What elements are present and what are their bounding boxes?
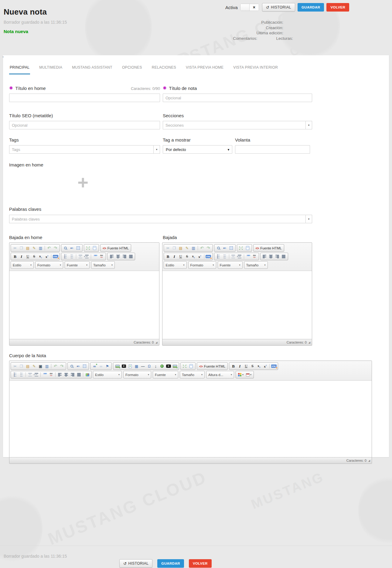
estilo-dropdown[interactable]: Estilo▾ [164,261,187,269]
page-plus-icon[interactable]: + [127,363,133,369]
cut-icon[interactable]: ✂ [12,245,18,251]
superscript-icon[interactable]: x2 [262,363,268,369]
underline-icon[interactable]: U [243,363,249,369]
globe-icon[interactable] [159,363,165,369]
tama-o-dropdown[interactable]: Tamaño▾ [244,261,268,269]
maximize-icon[interactable]: ↖↗↙↘ [182,363,188,369]
resize-handle-icon[interactable]: ◢ [308,341,310,344]
youtube-icon[interactable] [165,363,172,369]
align-justify-icon[interactable] [76,371,82,378]
text-color-icon[interactable]: ▾ [237,371,245,378]
outdent-icon[interactable] [27,371,33,378]
quote-icon[interactable]: ”” [42,371,48,378]
bg-color-icon[interactable]: ▾ [245,371,253,378]
list-bullet-icon[interactable]: •—•—•— [222,253,228,260]
source-button[interactable]: <>Fuente HTML [253,244,284,252]
volver-button[interactable]: VOLVER [326,3,349,12]
palabras-claves-input[interactable] [9,215,305,223]
outdent-icon[interactable] [230,253,237,260]
fuente-dropdown[interactable]: Fuente▾ [65,261,90,269]
copy-icon[interactable]: ❐ [171,245,178,251]
list-bullet-icon[interactable]: •—•—•— [18,371,25,378]
cleanup-icon[interactable]: HTML [271,363,277,369]
cut-icon[interactable]: ✂ [12,363,18,369]
tab-vista-previa-interior[interactable]: VISTA PREVIA INTERIOR [233,65,278,74]
tab-principal[interactable]: PRINCIPAL [9,65,30,74]
titulo-seo-input[interactable] [9,121,160,129]
secciones-dropdown-button[interactable]: ▾ [305,121,312,129]
align-left-icon[interactable] [261,253,268,260]
redo-icon[interactable]: ↷ [52,245,59,251]
paste-icon[interactable]: ▤ [25,245,31,251]
fuente-dropdown[interactable]: Fuente▾ [153,371,178,378]
italic-icon[interactable]: I [18,253,25,260]
editor-content-area[interactable] [9,271,159,339]
maps-icon[interactable] [84,371,90,378]
quote-icon[interactable]: ”” [245,253,251,260]
indent-icon[interactable] [84,253,90,260]
list-num-icon[interactable]: 1—2—3— [215,253,222,260]
align-right-icon[interactable] [121,253,128,260]
ai-assistant-icon[interactable]: ✺ [9,85,13,91]
show-blocks-icon[interactable] [91,245,98,251]
tab-vista-previa-home[interactable]: VISTA PREVIA HOME [185,65,224,74]
align-justify-icon[interactable] [281,253,287,260]
link-icon[interactable]: ∞+ [91,363,98,369]
image-plus-icon[interactable] [172,363,178,369]
resize-handle-icon[interactable]: ◢ [368,459,370,462]
maximize-icon[interactable]: ↖↗↙↘ [85,245,91,251]
strike-icon[interactable]: S [31,253,37,260]
replace-icon[interactable]: ab [222,245,228,251]
tab-mustang-assistant[interactable]: MUSTANG ASSISTANT [71,65,113,74]
redo-icon[interactable]: ↷ [59,363,65,369]
redo-icon[interactable]: ↷ [205,245,212,251]
resize-handle-icon[interactable]: ◢ [155,341,157,344]
page-break-icon[interactable]: ↨ [152,363,159,369]
omega-icon[interactable]: Ω [146,363,152,369]
copy-icon[interactable]: ❐ [18,245,25,251]
paste-text-icon[interactable]: ✎ [31,245,37,251]
titulo-de-nota-input[interactable] [163,94,312,102]
paste-text-icon[interactable]: ✎ [184,245,190,251]
add-image-icon[interactable]: + [77,169,88,196]
tags-input[interactable] [9,145,153,154]
quote-icon[interactable]: ”” [92,253,98,260]
align-left-icon[interactable] [56,371,63,378]
undo-icon[interactable]: ↶ [46,245,52,251]
paste-clip-icon[interactable]: ▣ [37,363,44,369]
tab-relaciones[interactable]: RELACIONES [151,65,177,74]
fuente-dropdown[interactable]: Fuente▾ [218,261,243,269]
paste-word-icon[interactable]: ▥ [37,245,44,251]
list-num-icon[interactable]: 1—2—3— [12,371,18,378]
align-left-icon[interactable] [108,253,115,260]
list-num-icon[interactable]: 1—2—3— [62,253,69,260]
imagen-en-home-dropzone[interactable]: + [9,169,312,197]
outdent-icon[interactable] [77,253,84,260]
undo-icon[interactable]: ↶ [52,363,59,369]
secciones-input[interactable] [163,121,305,129]
div-icon[interactable]: DIV</> [98,253,105,260]
subscript-icon[interactable]: x2 [37,253,44,260]
note-status-link[interactable]: Nota nueva [4,29,28,34]
paste-text-icon[interactable]: ✎ [31,363,37,369]
guardar-button[interactable]: GUARDAR [298,3,324,12]
film-icon[interactable] [121,363,127,369]
formato-dropdown[interactable]: Formato▾ [35,261,63,269]
superscript-icon[interactable]: x2 [44,253,50,260]
align-center-icon[interactable] [268,253,274,260]
underline-icon[interactable]: U [25,253,31,260]
hr-icon[interactable]: — [140,363,146,369]
show-blocks-icon[interactable] [188,363,194,369]
select-all-icon[interactable] [81,363,88,369]
strike-icon[interactable]: S [184,253,190,260]
cleanup-icon[interactable]: HTML [205,253,212,260]
editor-content-area[interactable] [162,271,312,339]
tama-o-dropdown[interactable]: Tamaño▾ [91,261,115,269]
align-justify-icon[interactable] [128,253,134,260]
align-center-icon[interactable] [115,253,121,260]
strike-icon[interactable]: S [249,363,256,369]
select-all-icon[interactable] [75,245,81,251]
palabras-claves-dropdown-button[interactable]: ▾ [305,215,312,223]
bold-icon[interactable]: B [12,253,18,260]
div-icon[interactable]: DIV</> [48,371,54,378]
